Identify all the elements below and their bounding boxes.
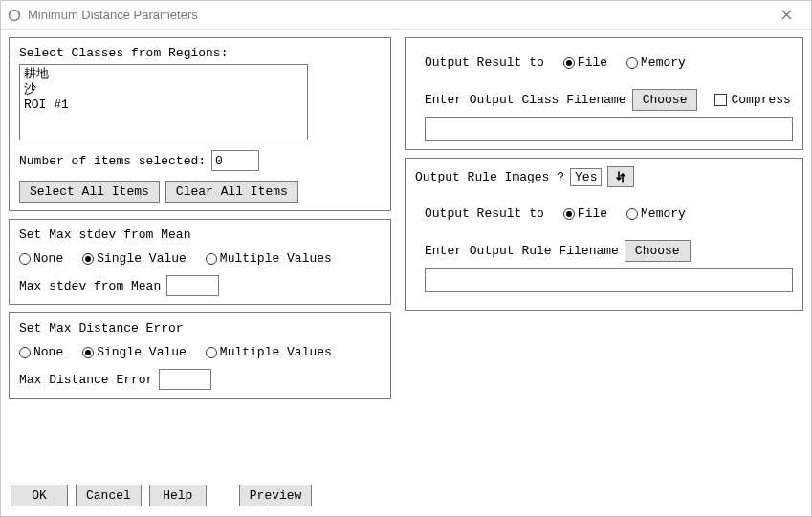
output2-radio-memory[interactable]: Memory bbox=[626, 206, 686, 221]
rule-filename-input[interactable] bbox=[425, 268, 793, 292]
dist-radio-multiple[interactable]: Multiple Values bbox=[206, 345, 332, 359]
choose-rule-button[interactable]: Choose bbox=[625, 240, 691, 262]
class-filename-label: Enter Output Class Filename bbox=[425, 93, 626, 107]
cancel-button[interactable]: Cancel bbox=[76, 485, 142, 506]
stdev-radio-none[interactable]: None bbox=[19, 251, 63, 266]
select-classes-label: Select Classes from Regions: bbox=[19, 46, 381, 60]
titlebar: Minimum Distance Parameters bbox=[1, 1, 811, 30]
choose-class-button[interactable]: Choose bbox=[632, 89, 698, 111]
preview-button[interactable]: Preview bbox=[239, 485, 313, 506]
stdev-radio-single[interactable]: Single Value bbox=[82, 251, 187, 266]
dist-field-label: Max Distance Error bbox=[19, 373, 153, 387]
left-column: Select Classes from Regions: 耕地 沙 ROI #1… bbox=[9, 37, 391, 473]
output-rule-group: Output Rule Images ? Yes Output Result t… bbox=[405, 158, 803, 311]
rule-images-label: Output Rule Images ? bbox=[415, 170, 564, 184]
window: Minimum Distance Parameters Select Class… bbox=[0, 0, 812, 517]
dist-radio-none[interactable]: None bbox=[19, 345, 63, 359]
num-items-input[interactable] bbox=[211, 150, 259, 171]
classes-listbox[interactable]: 耕地 沙 ROI #1 bbox=[19, 64, 308, 140]
output-class-group: Output Result to File Memory Enter Outpu… bbox=[405, 37, 803, 150]
compress-checkbox[interactable]: Compress bbox=[714, 93, 790, 107]
stdev-group: Set Max stdev from Mean None Single Valu… bbox=[9, 219, 391, 305]
radio-label: None bbox=[33, 251, 63, 266]
select-all-button[interactable]: Select All Items bbox=[19, 181, 160, 203]
num-items-label: Number of items selected: bbox=[19, 154, 206, 168]
output-result-label-2: Output Result to bbox=[425, 206, 544, 221]
list-item[interactable]: 沙 bbox=[24, 82, 303, 97]
list-item[interactable]: ROI #1 bbox=[24, 97, 303, 113]
stdev-group-title: Set Max stdev from Mean bbox=[19, 227, 381, 242]
output1-radio-memory[interactable]: Memory bbox=[626, 55, 686, 70]
clear-all-button[interactable]: Clear All Items bbox=[165, 181, 298, 203]
radio-label: Memory bbox=[641, 206, 686, 221]
stdev-radio-multiple[interactable]: Multiple Values bbox=[206, 251, 332, 266]
close-button[interactable] bbox=[767, 1, 805, 29]
rule-images-value[interactable]: Yes bbox=[570, 168, 602, 186]
radio-label: Multiple Values bbox=[220, 345, 332, 359]
right-column: Output Result to File Memory Enter Outpu… bbox=[405, 37, 803, 473]
checkbox-label: Compress bbox=[731, 93, 790, 107]
radio-label: Single Value bbox=[97, 251, 187, 266]
output1-radio-file[interactable]: File bbox=[563, 55, 607, 70]
radio-label: Multiple Values bbox=[220, 251, 332, 266]
app-icon bbox=[7, 8, 22, 23]
dist-group-title: Set Max Distance Error bbox=[19, 321, 381, 335]
window-title: Minimum Distance Parameters bbox=[28, 8, 767, 22]
footer: OK Cancel Help Preview bbox=[1, 481, 811, 516]
radio-label: Memory bbox=[641, 55, 686, 70]
dist-input[interactable] bbox=[159, 369, 211, 390]
ok-button[interactable]: OK bbox=[11, 485, 68, 506]
dist-radio-single[interactable]: Single Value bbox=[82, 345, 187, 359]
stdev-field-label: Max stdev from Mean bbox=[19, 279, 161, 293]
output2-radio-file[interactable]: File bbox=[563, 206, 607, 221]
radio-label: None bbox=[33, 345, 63, 359]
radio-label: File bbox=[578, 206, 607, 221]
list-item[interactable]: 耕地 bbox=[24, 67, 303, 82]
select-classes-group: Select Classes from Regions: 耕地 沙 ROI #1… bbox=[9, 37, 391, 211]
content: Select Classes from Regions: 耕地 沙 ROI #1… bbox=[1, 30, 811, 481]
class-filename-input[interactable] bbox=[425, 117, 793, 141]
dist-group: Set Max Distance Error None Single Value… bbox=[9, 312, 391, 399]
toggle-rule-button[interactable] bbox=[607, 166, 634, 187]
output-result-label: Output Result to bbox=[425, 55, 544, 70]
radio-label: Single Value bbox=[97, 345, 187, 359]
radio-label: File bbox=[578, 55, 607, 70]
help-button[interactable]: Help bbox=[149, 485, 207, 506]
rule-filename-label: Enter Output Rule Filename bbox=[425, 244, 619, 258]
stdev-input[interactable] bbox=[166, 275, 219, 296]
